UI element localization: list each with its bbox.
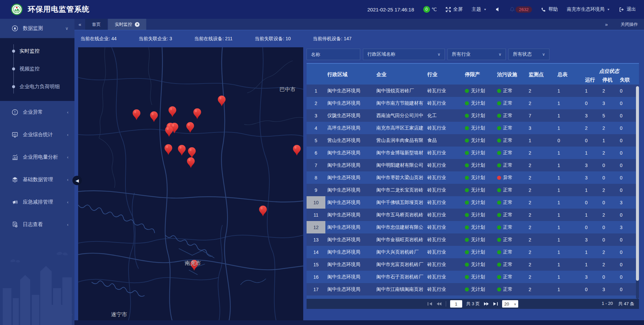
table-row[interactable]: 17 阆中生态环境局 阆中市江南镇阆南页岩 砖瓦行业 无计划 正常 2 1 0 … <box>307 283 639 295</box>
table-row[interactable]: 5 营山生态环境局 营山县润丰肉食品有限 食品 无计划 正常 1 0 0 1 0 <box>307 134 639 147</box>
prev-page-icon[interactable] <box>436 302 442 306</box>
sidebar-item-enterprise-stats[interactable]: 企业综合统计 ‹ <box>0 123 74 146</box>
name-search-field[interactable] <box>307 49 360 60</box>
map-pin-icon[interactable] <box>187 147 196 158</box>
row-index: 3 <box>307 109 325 122</box>
sidebar-item-video-monitor[interactable]: 视频监控 <box>0 60 74 78</box>
map-pin-icon[interactable] <box>217 95 226 107</box>
table-row[interactable]: 16 阆中生态环境局 阆中市石子页岩机砖厂 砖瓦行业 无计划 正常 2 1 3 … <box>307 271 639 283</box>
status-dot-icon <box>465 139 469 143</box>
sidebar-item-emergency-reduction[interactable]: 应急减排管理 ‹ <box>0 191 74 213</box>
tab-home[interactable]: 首页 <box>85 19 107 30</box>
row-lost: 0 <box>618 85 635 97</box>
map-pin-icon[interactable] <box>193 108 202 119</box>
row-plan-status: 无计划 <box>463 258 495 271</box>
map-pin-icon[interactable] <box>132 109 141 120</box>
col-meters: 总表 <box>555 64 583 85</box>
region-select[interactable]: 行政区域名称 ∨ <box>363 49 445 60</box>
table-row[interactable]: 2 阆中生态环境局 阆中市南方节能建材有 砖瓦行业 无计划 正常 2 1 0 3… <box>307 97 639 109</box>
table-row[interactable]: 9 阆中生态环境局 阆中市二龙长宝页岩砖 砖瓦行业 无计划 正常 2 1 1 2… <box>307 184 639 196</box>
sidebar-item-realtime-monitor[interactable]: 实时监控 <box>0 42 74 60</box>
row-region: 仪陇生态环境局 <box>325 109 374 122</box>
chevron-left-icon: ‹ <box>67 222 68 227</box>
tab-scroll-right-icon[interactable]: » <box>601 21 612 27</box>
filter-bar: 行政区域名称 ∨ 所有行业 ∨ 所有状态 ∨ <box>307 47 639 61</box>
table-row[interactable]: 13 阆中生态环境局 阆中市金福旺页岩机砖 砖瓦行业 无计划 正常 2 1 3 … <box>307 233 639 246</box>
map-pin-icon[interactable] <box>259 205 267 217</box>
table-row[interactable]: 8 阆中生态环境局 阆中市枣碧大梁山页岩 砖瓦行业 无计划 异常 2 1 3 0… <box>307 171 639 184</box>
row-company: 阆中明阳建材有限公司 <box>374 159 425 171</box>
chevron-left-icon: ‹ <box>67 177 68 182</box>
sidebar-collapse-button[interactable]: ◀ <box>72 176 82 185</box>
row-stopped: 2 <box>600 122 618 134</box>
stat-offline-enterprises: 当前失联企业:3 <box>137 36 172 42</box>
fullscreen-button[interactable]: 全屏 <box>446 6 463 12</box>
theme-dropdown[interactable]: 主题 ▼ <box>472 6 487 12</box>
help-button[interactable]: 帮助 <box>541 6 558 12</box>
status-dot-icon <box>465 163 469 167</box>
page-number-input[interactable] <box>450 300 462 308</box>
close-operations-button[interactable]: 关闭操作 <box>621 21 638 28</box>
map-pin-icon[interactable] <box>165 126 173 137</box>
map-pin-icon[interactable] <box>164 144 173 155</box>
map-canvas[interactable]: 巴中市南充市遂宁市 <box>78 47 303 320</box>
scrollbar-thumb[interactable] <box>636 86 639 281</box>
map-pin-icon[interactable] <box>168 106 177 117</box>
name-search-input[interactable] <box>311 52 356 57</box>
table-row[interactable]: 7 阆中生态环境局 阆中明阳建材有限公司 砖瓦行业 无计划 正常 2 1 3 0… <box>307 159 639 171</box>
table-scrollbar[interactable] <box>636 86 639 299</box>
mute-button[interactable] <box>496 7 500 12</box>
row-stopped: 0 <box>600 271 618 283</box>
sidebar-item-base-data[interactable]: 基础数据管理 ‹ <box>0 168 74 191</box>
close-icon[interactable]: × <box>135 22 140 27</box>
stat-online-devices: 当前在线设备:211 <box>193 36 232 42</box>
table-row[interactable]: 18 南部生态环境局 南部县双佛山页岩有限 砖瓦行业 无计划 正常 2 1 0 … <box>307 295 639 299</box>
row-stopped: 2 <box>600 246 618 258</box>
row-monitor-points: 3 <box>527 122 555 134</box>
row-stopped: 3 <box>600 97 618 109</box>
sidebar-item-enterprise-abnormal[interactable]: 企业异常 ‹ <box>0 101 74 123</box>
table-row[interactable]: 10 阆中生态环境局 阆中千佛镇五郎垭页岩 砖瓦行业 无计划 正常 2 1 0 … <box>307 196 639 209</box>
map-pin-icon[interactable] <box>186 122 195 133</box>
row-industry: 砖瓦行业 <box>425 147 463 159</box>
map-pin-icon[interactable] <box>177 145 186 156</box>
row-stopped: 2 <box>600 209 618 221</box>
page-size-select[interactable]: 20 ∨ <box>502 300 518 308</box>
row-industry: 砖瓦行业 <box>425 221 463 233</box>
row-plan-status: 无计划 <box>463 246 495 258</box>
notifications-button[interactable]: 2632 <box>509 6 532 13</box>
table-row[interactable]: 6 阆中生态环境局 阆中市金博瑞新型墙材 砖瓦行业 无计划 正常 2 1 1 2… <box>307 147 639 159</box>
table-row[interactable]: 11 阆中生态环境局 阆中市五马桥页岩机砖 砖瓦行业 无计划 正常 2 1 1 … <box>307 209 639 221</box>
sidebar-item-log-view[interactable]: 日志查看 ‹ <box>0 213 74 236</box>
tab-realtime-monitor[interactable]: 实时监控 × <box>108 19 146 30</box>
status-dot-icon <box>465 151 469 155</box>
last-page-icon[interactable] <box>493 302 498 306</box>
tab-scroll-left-icon[interactable]: « <box>74 19 85 30</box>
row-plan-status: 无计划 <box>463 122 495 134</box>
map-pin-icon[interactable] <box>150 111 158 122</box>
row-index: 9 <box>307 184 325 196</box>
chevron-down-icon: ∨ <box>437 52 440 57</box>
map-pin-icon[interactable] <box>186 157 195 168</box>
table-row[interactable]: 12 阆中生态环境局 阆中市忠信建材有限公 砖瓦行业 无计划 正常 2 1 0 … <box>307 221 639 233</box>
row-plan-status: 无计划 <box>463 233 495 246</box>
logout-button[interactable]: 退出 <box>619 6 636 12</box>
table-row[interactable]: 14 阆中生态环境局 阆中大兴页岩机砖厂 砖瓦行业 无计划 正常 2 1 1 2… <box>307 246 639 258</box>
user-org-dropdown[interactable]: 南充市生态环境局 ▼ <box>567 6 610 12</box>
table-row[interactable]: 1 阆中生态环境局 阆中强锐页岩砖厂 砖瓦行业 无计划 正常 2 1 1 2 0 <box>307 85 639 97</box>
status-select[interactable]: 所有状态 ∨ <box>508 49 549 60</box>
table-row[interactable]: 3 仪陇生态环境局 西南油气田分公司川中 化工 无计划 正常 7 1 3 5 0 <box>307 109 639 122</box>
sidebar-item-power-analysis[interactable]: 企业用电量分析 ‹ <box>0 146 74 168</box>
next-page-icon[interactable] <box>484 302 489 306</box>
first-page-icon[interactable] <box>427 302 432 306</box>
sidebar-item-data-monitor[interactable]: 数据监测 ∨ <box>0 19 74 38</box>
table-row[interactable]: 4 高坪生态环境局 南充市高坪区王家店建 砖瓦行业 无计划 正常 3 1 2 2… <box>307 122 639 134</box>
map-pin-icon[interactable] <box>292 145 301 156</box>
sidebar-item-power-load-detail[interactable]: 企业电力负荷明细 <box>0 78 74 96</box>
industry-select[interactable]: 所有行业 ∨ <box>447 49 506 60</box>
row-monitor-points: 2 <box>527 97 555 109</box>
stats-bar: 当前在线企业:44 当前失联企业:3 当前在线设备:211 当前失联设备:10 … <box>78 30 639 47</box>
row-total-meters: 1 <box>555 246 583 258</box>
status-dot-icon <box>497 238 501 242</box>
table-row[interactable]: 15 阆中生态环境局 阆中市光富页岩机砖厂 砖瓦行业 无计划 正常 2 1 1 … <box>307 258 639 271</box>
